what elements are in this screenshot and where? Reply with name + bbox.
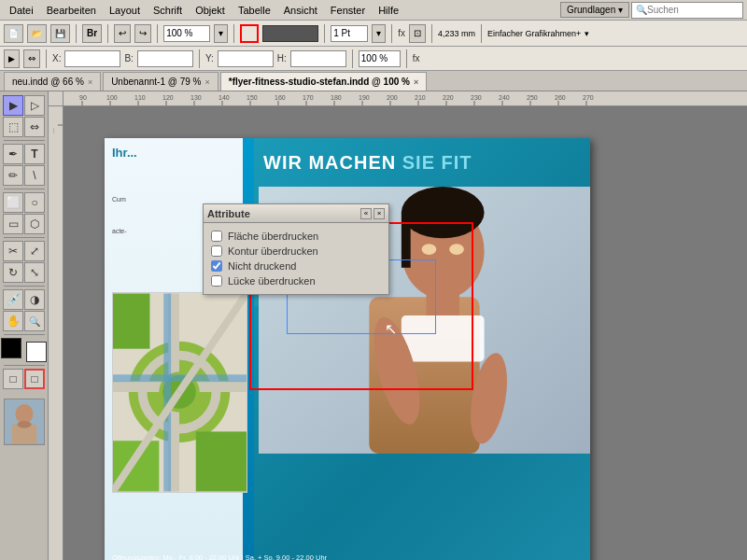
y-input[interactable] — [218, 50, 274, 67]
rect-tool[interactable]: ▭ — [3, 214, 23, 234]
scissors-tool[interactable]: ✂ — [3, 241, 23, 261]
menu-schrift[interactable]: Schrift — [148, 3, 188, 18]
foreground-color[interactable] — [1, 338, 21, 358]
zoom-input[interactable]: 100 % — [163, 25, 210, 42]
stroke-width-input[interactable]: 1 Pt — [331, 25, 368, 42]
svg-text:240: 240 — [499, 94, 510, 101]
option-luecke[interactable]: Lücke überdrucken — [211, 275, 381, 287]
svg-text:270: 270 — [583, 94, 594, 101]
separator-4 — [233, 24, 234, 43]
menu-bearbeiten[interactable]: Bearbeiten — [41, 3, 102, 18]
hand-tool[interactable]: ✋ — [3, 311, 23, 331]
frame-dropdown-icon[interactable]: ▾ — [585, 29, 589, 38]
menu-objekt[interactable]: Objekt — [190, 3, 231, 18]
free-transform-tool[interactable]: ⤢ — [24, 241, 45, 261]
scale-input[interactable]: 100 % — [359, 50, 401, 67]
menu-fenster[interactable]: Fenster — [325, 3, 371, 18]
zoom-dropdown[interactable]: ▾ — [214, 24, 228, 43]
svg-point-54 — [449, 244, 464, 255]
eyedropper-tool[interactable]: 💉 — [3, 289, 23, 310]
undo-btn[interactable]: ↩ — [114, 24, 131, 43]
bridge-btn[interactable]: Br — [82, 24, 102, 43]
save-btn[interactable]: 💾 — [50, 24, 70, 43]
rect-frame-tool[interactable]: ⬜ — [3, 192, 23, 213]
line-tool[interactable]: \ — [24, 165, 45, 186]
tool-row-6: ▭ ⬡ — [3, 214, 45, 234]
file-btn[interactable]: 📄 — [4, 24, 23, 43]
menu-ansicht[interactable]: Ansicht — [278, 3, 323, 18]
scale-tool[interactable]: ⤡ — [24, 262, 45, 283]
stroke-sample — [262, 25, 318, 42]
dialog-collapse-btn[interactable]: « — [360, 208, 372, 219]
transform-btn[interactable]: ⇔ — [23, 49, 40, 68]
dialog-body: Fläche überdrucken Kontur überdrucken Ni… — [204, 223, 388, 294]
redo-btn[interactable]: ↪ — [134, 24, 151, 43]
tool-row-10: ✋ 🔍 — [3, 311, 45, 331]
checkbox-flaeche[interactable] — [211, 231, 222, 242]
svg-text:180: 180 — [331, 94, 342, 101]
svg-point-53 — [422, 244, 437, 255]
pen-tool[interactable]: ✒ — [3, 144, 23, 164]
svg-rect-70 — [113, 374, 247, 382]
select-mode[interactable]: ▶ — [4, 49, 20, 68]
view-row: □ □ — [3, 369, 45, 389]
dialog-close-btn[interactable]: × — [374, 208, 385, 219]
tab-neu[interactable]: neu.indd @ 66 % × — [4, 72, 101, 91]
selection-tool[interactable]: ▶ — [3, 95, 23, 116]
tool-sep-6 — [4, 365, 45, 366]
ruler-h-svg: // ticks drawn by JS below 90 100 110 12… — [63, 91, 747, 106]
stroke-color[interactable] — [240, 24, 259, 43]
workspace-dropdown[interactable]: Grundlagen ▾ — [560, 2, 629, 18]
dialog-titlebar: Attribute « × — [204, 204, 388, 223]
normal-view[interactable]: □ — [3, 369, 23, 389]
pencil-tool[interactable]: ✏ — [3, 165, 23, 186]
polygon-tool[interactable]: ⬡ — [24, 214, 45, 234]
tab-close-neu[interactable]: × — [88, 77, 92, 87]
tool-row-4: ✏ \ — [3, 165, 45, 186]
checkbox-luecke[interactable] — [211, 275, 222, 287]
ruler-v-svg: ··· — [49, 106, 63, 560]
svg-rect-43 — [49, 106, 63, 560]
zoom-tool[interactable]: 🔍 — [24, 311, 45, 331]
page-tool[interactable]: ⬚ — [3, 117, 23, 137]
separator-3 — [157, 24, 158, 43]
menu-hilfe[interactable]: Hilfe — [373, 3, 404, 18]
tab-close-flyer[interactable]: × — [414, 77, 418, 87]
stroke-width-dropdown[interactable]: ▾ — [372, 24, 386, 43]
map-svg — [113, 293, 247, 492]
checkbox-kontur[interactable] — [211, 245, 222, 257]
direct-select-tool[interactable]: ▷ — [24, 95, 45, 116]
checkbox-nicht-druckend[interactable] — [211, 260, 222, 272]
separator-8 — [481, 24, 482, 43]
toolbar-2: ▶ ⇔ X: B: Y: H: 100 % fx — [0, 47, 747, 71]
menu-datei[interactable]: Datei — [4, 3, 39, 18]
option-nicht-druckend[interactable]: Nicht druckend — [211, 260, 381, 272]
preview-mode[interactable]: □ — [24, 369, 45, 389]
tab-close-unbenannt[interactable]: × — [204, 77, 209, 87]
rotate-tool[interactable]: ↻ — [3, 262, 23, 283]
headline: WIR MACHEN SIE FIT — [263, 152, 585, 174]
color-row — [1, 338, 47, 362]
background-color[interactable] — [26, 342, 47, 362]
gap-tool[interactable]: ⇔ — [24, 117, 45, 137]
x-input[interactable] — [64, 50, 120, 67]
search-box[interactable]: 🔍 — [631, 2, 743, 19]
height-input[interactable] — [290, 50, 346, 67]
canvas-area: // ticks drawn by JS below 90 100 110 12… — [49, 91, 747, 560]
type-tool[interactable]: T — [24, 144, 45, 164]
menu-layout[interactable]: Layout — [104, 3, 146, 18]
svg-text:140: 140 — [218, 94, 230, 101]
ellipse-frame-tool[interactable]: ○ — [24, 192, 45, 213]
open-btn[interactable]: 📂 — [27, 24, 47, 43]
svg-rect-52 — [402, 213, 411, 268]
option-kontur[interactable]: Kontur überdrucken — [211, 245, 381, 257]
gradient-tool[interactable]: ◑ — [24, 289, 45, 310]
search-input[interactable] — [647, 5, 739, 15]
tab-flyer[interactable]: *flyer-fitness-studio-stefan.indd @ 100 … — [220, 72, 428, 91]
align-btn[interactable]: ⊡ — [409, 24, 426, 43]
tool-row-8: ↻ ⤡ — [3, 262, 45, 283]
menu-tabelle[interactable]: Tabelle — [233, 3, 276, 18]
option-flaeche[interactable]: Fläche überdrucken — [211, 231, 381, 242]
tab-unbenannt[interactable]: Unbenannt-1 @ 79 % × — [103, 72, 218, 91]
width-input2[interactable] — [137, 50, 193, 67]
